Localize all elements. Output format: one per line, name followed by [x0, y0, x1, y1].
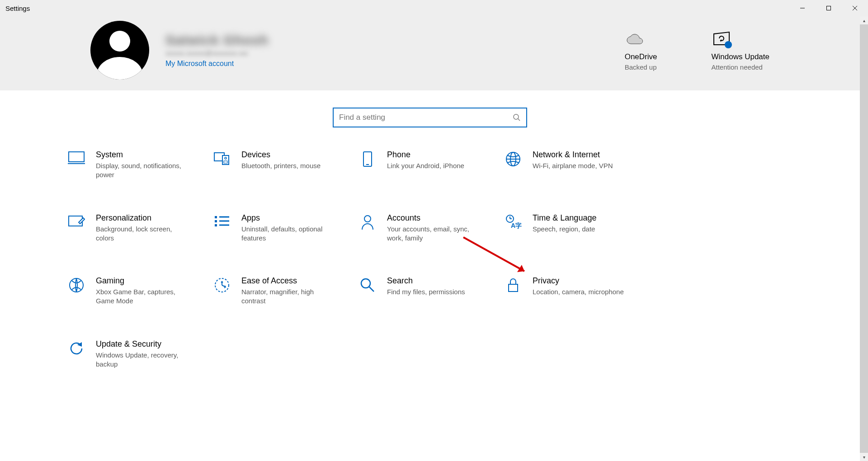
category-title: Search — [387, 276, 465, 286]
update-icon — [711, 30, 769, 51]
category-title: System — [96, 150, 191, 160]
search-box[interactable] — [333, 108, 527, 127]
svg-point-26 — [364, 216, 371, 222]
globe-icon — [504, 150, 523, 167]
scroll-up-icon[interactable]: ▴ — [860, 16, 868, 24]
onedrive-card[interactable]: OneDrive Backed up — [625, 30, 657, 71]
category-title: Ease of Access — [241, 276, 336, 286]
category-sub: Speech, region, date — [533, 225, 596, 234]
category-grid: SystemDisplay, sound, notifications, pow… — [67, 150, 650, 369]
category-sub: Display, sound, notifications, power — [96, 161, 191, 180]
my-microsoft-account-link[interactable]: My Microsoft account — [165, 60, 269, 68]
user-email: xxxxxx.xxxxxx@xxxxxxxx.xxx — [165, 50, 269, 57]
content-area: Satwick Ghosh xxxxxx.xxxxxx@xxxxxxxx.xxx… — [0, 16, 860, 461]
svg-point-31 — [70, 278, 83, 292]
system-icon — [67, 150, 86, 165]
category-ease-of-access[interactable]: Ease of AccessNarrator, magnifier, high … — [212, 276, 357, 306]
svg-rect-35 — [509, 284, 518, 292]
category-privacy[interactable]: PrivacyLocation, camera, microphone — [504, 276, 648, 306]
ease-of-access-icon — [212, 276, 231, 293]
scroll-track[interactable] — [860, 24, 868, 453]
personalization-icon — [67, 213, 86, 229]
cloud-icon — [625, 30, 657, 51]
category-sub: Your accounts, email, sync, work, family — [387, 225, 482, 243]
category-sub: Xbox Game Bar, captures, Game Mode — [96, 287, 191, 306]
svg-rect-22 — [215, 224, 217, 226]
maximize-button[interactable] — [816, 0, 842, 16]
category-system[interactable]: SystemDisplay, sound, notifications, pow… — [67, 150, 212, 180]
svg-rect-8 — [69, 152, 84, 162]
svg-point-6 — [514, 114, 519, 119]
account-hero: Satwick Ghosh xxxxxx.xxxxxx@xxxxxxxx.xxx… — [0, 16, 860, 90]
privacy-icon — [504, 276, 523, 293]
svg-rect-21 — [215, 220, 217, 222]
titlebar: Settings — [0, 0, 868, 16]
svg-line-34 — [369, 287, 374, 292]
svg-rect-20 — [215, 216, 217, 218]
update-security-icon — [67, 339, 86, 357]
category-personalization[interactable]: PersonalizationBackground, lock screen, … — [67, 213, 212, 243]
category-time-language[interactable]: A字 Time & LanguageSpeech, region, date — [504, 213, 648, 243]
minimize-button[interactable] — [789, 0, 816, 16]
category-sub: Windows Update, recovery, backup — [96, 351, 191, 369]
svg-text:A字: A字 — [511, 222, 522, 229]
category-sub: Background, lock screen, colors — [96, 225, 191, 243]
window-title: Settings — [5, 5, 30, 12]
user-text-block: Satwick Ghosh xxxxxx.xxxxxx@xxxxxxxx.xxx… — [165, 33, 269, 68]
windows-update-title: Windows Update — [711, 52, 769, 61]
category-devices[interactable]: DevicesBluetooth, printers, mouse — [212, 150, 357, 180]
svg-point-33 — [361, 279, 370, 288]
category-phone[interactable]: PhoneLink your Android, iPhone — [358, 150, 503, 180]
category-sub: Link your Android, iPhone — [387, 161, 464, 170]
user-avatar-icon[interactable] — [90, 21, 149, 80]
svg-line-7 — [518, 119, 520, 121]
category-title: Gaming — [96, 276, 191, 286]
vertical-scrollbar[interactable]: ▴ ▾ — [860, 16, 868, 461]
category-gaming[interactable]: GamingXbox Game Bar, captures, Game Mode — [67, 276, 212, 306]
category-title: Update & Security — [96, 339, 191, 349]
category-sub: Bluetooth, printers, mouse — [241, 161, 321, 170]
category-sub: Location, camera, microphone — [533, 287, 624, 296]
category-title: Devices — [241, 150, 321, 160]
category-sub: Wi-Fi, airplane mode, VPN — [533, 161, 613, 170]
onedrive-title: OneDrive — [625, 52, 657, 61]
category-search[interactable]: SearchFind my files, permissions — [358, 276, 503, 306]
category-title: Personalization — [96, 213, 191, 223]
windows-update-status: Attention needed — [711, 63, 769, 71]
apps-icon — [212, 213, 231, 228]
category-title: Accounts — [387, 213, 482, 223]
accounts-icon — [358, 213, 377, 230]
time-language-icon: A字 — [504, 213, 523, 230]
category-sub: Find my files, permissions — [387, 287, 465, 296]
category-title: Apps — [241, 213, 336, 223]
search-category-icon — [358, 276, 377, 293]
category-title: Time & Language — [533, 213, 596, 223]
svg-point-5 — [725, 41, 732, 48]
scroll-down-icon[interactable]: ▾ — [860, 453, 868, 461]
category-accounts[interactable]: AccountsYour accounts, email, sync, work… — [358, 213, 503, 243]
category-sub: Uninstall, defaults, optional features — [241, 225, 336, 243]
search-input[interactable] — [339, 113, 509, 122]
category-update-security[interactable]: Update & SecurityWindows Update, recover… — [67, 339, 212, 369]
category-title: Phone — [387, 150, 464, 160]
category-apps[interactable]: AppsUninstall, defaults, optional featur… — [212, 213, 357, 243]
category-title: Privacy — [533, 276, 624, 286]
user-name: Satwick Ghosh — [165, 33, 269, 48]
close-button[interactable] — [842, 0, 868, 16]
svg-rect-1 — [827, 6, 831, 10]
window-controls — [789, 0, 868, 16]
windows-update-card[interactable]: Windows Update Attention needed — [711, 30, 769, 71]
category-network[interactable]: Network & InternetWi-Fi, airplane mode, … — [504, 150, 648, 180]
category-sub: Narrator, magnifier, high contrast — [241, 287, 336, 306]
search-row — [0, 90, 860, 150]
onedrive-status: Backed up — [625, 63, 657, 71]
devices-icon — [212, 150, 231, 165]
search-icon — [513, 113, 521, 122]
phone-icon — [358, 150, 377, 167]
gaming-icon — [67, 276, 86, 293]
category-title: Network & Internet — [533, 150, 613, 160]
